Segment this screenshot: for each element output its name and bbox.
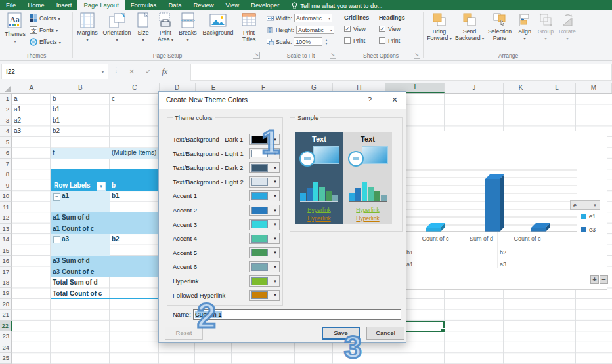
pivot-filter-dropdown[interactable]: ▼ (97, 182, 106, 191)
tab-developer[interactable]: Developer (245, 0, 285, 10)
row-header-3[interactable]: 3 (0, 115, 12, 126)
tab-formulas[interactable]: Formulas (125, 0, 163, 10)
row-header-11[interactable]: 11 (0, 202, 12, 212)
pivot-collapse-button[interactable]: − (53, 236, 60, 243)
column-header-L[interactable]: L (538, 83, 576, 93)
row-header-1[interactable]: 1 (0, 94, 12, 104)
cancel-entry-icon[interactable]: ✕ (129, 68, 135, 76)
tab-page-layout[interactable]: Page Layout (77, 0, 124, 10)
rotate-button[interactable]: Rotate▾ (556, 12, 579, 41)
colors-button[interactable]: Colors▾ (30, 14, 60, 22)
column-header-M[interactable]: M (576, 83, 612, 93)
row-header-19[interactable]: 19 (0, 288, 12, 298)
tab-review[interactable]: Review (187, 0, 219, 10)
color-dropdown-hyperlink[interactable]: ▼ (249, 275, 280, 287)
row-header-2[interactable]: 2 (0, 104, 12, 115)
row-header-9[interactable]: 9 (0, 180, 12, 191)
row-header-15[interactable]: 15 (0, 245, 12, 256)
page-setup-dialog-launcher[interactable]: ↘ (253, 52, 260, 59)
tab-data[interactable]: Data (162, 0, 187, 10)
select-all-corner[interactable] (0, 83, 12, 93)
orientation-button[interactable]: Orientation▾ (101, 12, 133, 43)
name-box[interactable]: I22▼ (1, 64, 108, 79)
row-header-23[interactable]: 23 (0, 331, 12, 342)
row-header-17[interactable]: 17 (0, 267, 12, 277)
row-header-14[interactable]: 14 (0, 234, 12, 245)
column-header-A[interactable]: A (12, 83, 51, 93)
confirm-entry-icon[interactable]: ✓ (145, 68, 151, 76)
color-dropdown-accent4[interactable]: ▼ (249, 233, 280, 244)
row-header-21[interactable]: 21 (0, 310, 12, 320)
pivot-chart[interactable]: Count of c Sum of d Count of c b1 a1 b2 … (399, 131, 607, 290)
print-titles-button[interactable]: Print Titles (237, 12, 261, 43)
row-header-18[interactable]: 18 (0, 277, 12, 288)
color-dropdown-accent5[interactable]: ▼ (249, 247, 280, 258)
selection-pane-button[interactable]: Selection Pane (486, 12, 514, 41)
row-header-8[interactable]: 8 (0, 169, 12, 180)
row-header-20[interactable]: 20 (0, 299, 12, 310)
tab-insert[interactable]: Insert (51, 0, 78, 10)
theme-name-input[interactable]: Custom 1 (193, 309, 401, 320)
column-header-K[interactable]: K (504, 83, 538, 93)
breaks-button[interactable]: Breaks▾ (177, 12, 198, 43)
expand-field-button[interactable]: + (590, 275, 599, 284)
bring-forward-button[interactable]: Bring Forward ▾ (426, 12, 453, 41)
margins-button[interactable]: Margins▾ (74, 12, 101, 43)
scale-spinner[interactable]: ▲▼ (324, 39, 328, 45)
send-backward-button[interactable]: Send Backward ▾ (454, 12, 485, 41)
print-area-button[interactable]: Print Area ▾ (154, 12, 177, 43)
row-header-5[interactable]: 5 (0, 137, 12, 148)
column-header-J[interactable]: J (445, 83, 504, 93)
effects-button[interactable]: Effects▾ (30, 38, 61, 46)
color-dropdown-accent3[interactable]: ▼ (249, 219, 280, 230)
align-button[interactable]: Align▾ (515, 12, 535, 41)
row-header-12[interactable]: 12 (0, 212, 12, 223)
row-header-10[interactable]: 10 (0, 191, 12, 201)
background-button[interactable]: Background (199, 12, 237, 36)
gridlines-view-checkbox[interactable]: ✓View (344, 26, 366, 32)
color-dropdown-accent6[interactable]: ▼ (249, 261, 280, 272)
row-header-22[interactable]: 22 (0, 321, 12, 331)
headings-print-checkbox[interactable]: Print (379, 37, 400, 44)
group-button[interactable]: Group▾ (535, 12, 556, 41)
headings-view-checkbox[interactable]: ✓View (379, 26, 401, 32)
column-header-C[interactable]: C (110, 83, 160, 93)
gridlines-print-checkbox[interactable]: Print (344, 37, 365, 44)
color-dropdown-dark2[interactable]: ▼ (249, 162, 280, 173)
dialog-title-bar[interactable]: Create New Theme Colors ? ✕ (159, 92, 406, 109)
cancel-button[interactable]: Cancel (366, 327, 404, 340)
help-button[interactable]: ? (360, 92, 380, 108)
row-header-16[interactable]: 16 (0, 256, 12, 266)
row-header-7[interactable]: 7 (0, 159, 12, 169)
row-header-24[interactable]: 24 (0, 342, 12, 353)
row-header-13[interactable]: 13 (0, 224, 12, 234)
scale-value-box[interactable]: 100% (294, 37, 322, 46)
pivot-collapse-button[interactable]: − (53, 193, 60, 201)
color-dropdown-light2[interactable]: ▼ (249, 176, 280, 188)
color-dropdown-accent1[interactable]: ▼ (249, 190, 280, 201)
collapse-field-button[interactable]: − (600, 275, 608, 284)
name-box-dropdown-icon[interactable]: ▼ (100, 64, 105, 80)
tab-file[interactable]: File (0, 0, 22, 10)
color-dropdown-accent2[interactable]: ▼ (249, 205, 280, 216)
scale-dialog-launcher[interactable]: ↘ (330, 52, 336, 59)
theme-color-label: Accent 6 (173, 263, 197, 270)
tell-me-box[interactable]: Tell me what you want to do... (285, 0, 382, 10)
color-dropdown-followed-hyperlink[interactable]: ▼ (249, 290, 280, 301)
tab-home[interactable]: Home (22, 0, 50, 10)
tab-view[interactable]: View (220, 0, 245, 10)
fonts-button[interactable]: 文 Fonts▾ (30, 26, 58, 34)
formula-input[interactable] (190, 64, 612, 81)
width-combo[interactable]: Automatic▾ (294, 14, 332, 22)
row-header-6[interactable]: 6 (0, 148, 12, 158)
insert-function-icon[interactable]: fx (162, 67, 167, 77)
themes-button[interactable]: Aa Themes▾ (3, 12, 28, 44)
row-header-25[interactable]: 25 (0, 353, 12, 363)
sheet-options-dialog-launcher[interactable]: ↘ (414, 52, 420, 59)
close-icon[interactable]: ✕ (385, 92, 404, 108)
row-header-4[interactable]: 4 (0, 126, 12, 136)
size-button[interactable]: Size▾ (133, 12, 153, 43)
legend-field-button[interactable]: e▼ (570, 200, 600, 210)
height-combo[interactable]: Automatic▾ (296, 26, 334, 34)
column-header-B[interactable]: B (51, 83, 110, 93)
